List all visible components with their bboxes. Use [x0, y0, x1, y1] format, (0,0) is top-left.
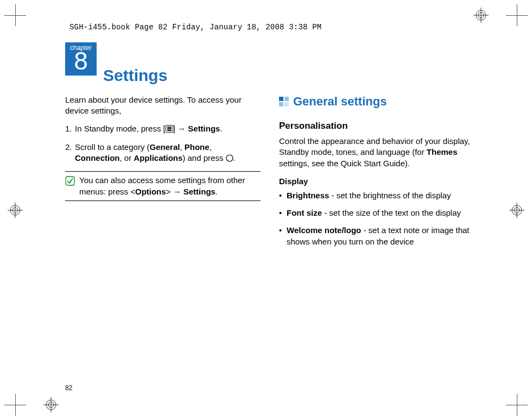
svg-rect-24 — [279, 102, 283, 106]
step-text: ] → — [173, 124, 188, 133]
step-text: . — [220, 124, 222, 133]
crop-mark-icon — [4, 394, 26, 416]
svg-rect-19 — [167, 130, 172, 131]
page-number: 82 — [65, 384, 72, 392]
note-text-part: . — [216, 187, 218, 196]
display-heading: Display — [279, 177, 474, 186]
chapter-header: chapter 8 Settings — [65, 42, 478, 85]
svg-point-5 — [514, 208, 520, 213]
step-text-bold: Connection — [75, 153, 120, 162]
bullet-bold: Welcome note/logo — [287, 225, 361, 235]
menu-key-icon — [166, 124, 173, 135]
registration-mark-icon — [473, 8, 489, 23]
step-text: . — [233, 153, 236, 162]
svg-rect-23 — [284, 97, 289, 101]
step-text-bold: Applications — [134, 153, 182, 162]
svg-point-0 — [476, 10, 486, 20]
note-box: You can also access some settings from o… — [65, 171, 261, 201]
body-text-bold: Themes — [427, 147, 458, 156]
intro-text: Learn about your device settings. To acc… — [65, 95, 261, 117]
bullet-text: - set the brightness of the display — [329, 191, 451, 200]
svg-rect-21 — [66, 177, 74, 185]
svg-point-12 — [10, 205, 20, 215]
page-header-info: SGH-i455.book Page 82 Friday, January 18… — [69, 23, 321, 32]
bullet-text: - set the size of the text on the displa… — [322, 208, 461, 217]
svg-rect-25 — [284, 102, 289, 106]
chapter-title: Settings — [103, 66, 167, 85]
step-text: ) and press — [182, 153, 225, 162]
chapter-badge: chapter 8 — [65, 42, 97, 76]
bullet-welcome-note: Welcome note/logo - set a text note or i… — [279, 225, 474, 247]
step-1: In Standby mode, press [] → Settings. — [65, 123, 261, 135]
svg-point-9 — [48, 402, 54, 408]
page-content: chapter 8 Settings Learn about your devi… — [65, 42, 478, 254]
svg-rect-18 — [167, 128, 172, 129]
step-text: Scroll to a category ( — [75, 142, 150, 152]
display-bullets: Brightness - set the brightness of the d… — [279, 190, 474, 247]
ok-key-icon — [226, 154, 233, 165]
svg-rect-22 — [279, 97, 283, 101]
svg-point-13 — [12, 208, 18, 213]
crop-mark-icon — [506, 4, 528, 26]
crop-mark-icon — [506, 394, 528, 416]
personalisation-text: Control the appearance and behavior of y… — [279, 136, 474, 169]
registration-mark-icon — [43, 397, 59, 412]
body-text: settings, see the Quick Start Guide). — [279, 159, 410, 168]
svg-rect-17 — [167, 127, 172, 128]
svg-point-20 — [226, 155, 233, 161]
bullet-bold: Brightness — [287, 191, 329, 200]
section-squares-icon — [279, 97, 289, 106]
note-icon — [65, 176, 75, 197]
step-text-bold: General — [150, 142, 180, 152]
chapter-number: 8 — [74, 47, 88, 75]
note-text-part: > → — [166, 187, 183, 196]
svg-point-8 — [46, 400, 56, 410]
registration-mark-icon — [8, 203, 23, 218]
bullet-font-size: Font size - set the size of the text on … — [279, 208, 474, 218]
svg-point-1 — [478, 12, 484, 18]
section-heading: General settings — [279, 95, 474, 109]
left-column: Learn about your device settings. To acc… — [65, 95, 261, 254]
svg-point-4 — [512, 205, 522, 215]
note-text-bold: Settings — [183, 187, 216, 196]
step-2: Scroll to a category (General, Phone, Co… — [65, 142, 261, 165]
note-text-bold: Options — [135, 187, 166, 196]
section-title: General settings — [293, 95, 387, 109]
step-text-bold: Settings — [188, 124, 220, 133]
step-text-bold: Phone — [185, 142, 210, 152]
steps-list: In Standby mode, press [] → Settings. Sc… — [65, 123, 261, 165]
personalisation-heading: Personalisation — [279, 121, 474, 131]
right-column: General settings Personalisation Control… — [279, 95, 474, 254]
bullet-brightness: Brightness - set the brightness of the d… — [279, 190, 474, 201]
bullet-bold: Font size — [287, 208, 322, 217]
note-text: You can also access some settings from o… — [79, 175, 261, 197]
crop-mark-icon — [4, 4, 26, 26]
step-text: In Standby mode, press [ — [75, 124, 166, 133]
registration-mark-icon — [509, 203, 524, 218]
